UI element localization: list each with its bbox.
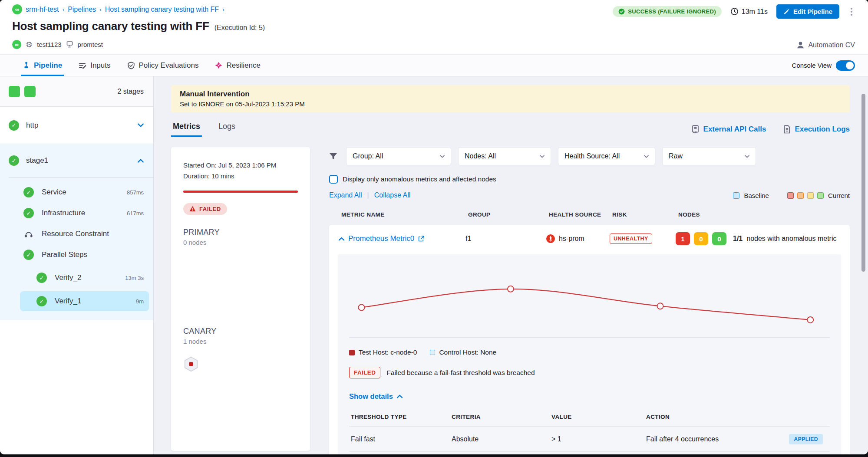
manual-intervention-banner: Manual Intervention Set to IGNORE on 05-… xyxy=(171,85,850,112)
tab-metrics[interactable]: Metrics xyxy=(171,122,202,137)
data-type-dropdown[interactable]: Raw xyxy=(662,147,756,165)
execution-logs-link[interactable]: Execution Logs xyxy=(783,125,850,134)
group-cell: f1 xyxy=(465,235,546,243)
success-check-icon xyxy=(618,8,625,15)
verification-summary-card: Started On: Jul 5, 2023 1:06 PM Duration… xyxy=(171,147,310,451)
tab-inputs[interactable]: Inputs xyxy=(77,55,112,76)
baseline-label: Baseline xyxy=(744,192,769,199)
chevron-up-icon[interactable] xyxy=(138,159,144,163)
col-criteria: CRITERIA xyxy=(452,414,551,420)
metric-name-cell[interactable]: Prometheus Metric0 xyxy=(339,234,465,243)
console-view-toggle[interactable] xyxy=(836,60,855,71)
canary-node-count: 1 nodes xyxy=(183,338,298,345)
test-host-swatch xyxy=(349,350,355,355)
node-count-unhealthy: 1 xyxy=(676,232,690,245)
group-filter-dropdown[interactable]: Group: All xyxy=(346,147,451,165)
more-options-icon[interactable] xyxy=(848,6,855,17)
chevron-down-icon xyxy=(644,155,649,158)
edit-pipeline-button[interactable]: Edit Pipeline xyxy=(776,4,839,19)
resilience-chaos-icon xyxy=(215,62,222,69)
started-on: Started On: Jul 5, 2023 1:06 PM xyxy=(183,160,298,171)
sidebar-step-verify1-selected[interactable]: ✓ Verify_1 9m xyxy=(20,291,149,311)
failed-badge: FAILED xyxy=(349,367,380,378)
collapse-all-link[interactable]: Collapse All xyxy=(374,191,411,199)
current-swatch-red xyxy=(787,192,794,199)
execution-sidebar: 2 stages ✓ http ✓ stage1 xyxy=(0,76,154,454)
chevron-down-icon xyxy=(745,155,749,158)
user-menu[interactable]: Automation CV xyxy=(796,41,855,49)
stage-status-square xyxy=(24,86,36,97)
canary-label: CANARY xyxy=(183,327,298,336)
col-value: VALUE xyxy=(551,414,646,420)
chevron-down-icon xyxy=(440,155,445,158)
expand-all-link[interactable]: Expand All xyxy=(329,191,362,199)
execution-id: (Execution Id: 5) xyxy=(215,24,265,32)
tab-policy-evaluations[interactable]: Policy Evaluations xyxy=(125,55,201,76)
show-details-link[interactable]: Show details xyxy=(349,392,403,401)
primary-label: PRIMARY xyxy=(183,228,298,237)
sidebar-step-service[interactable]: ✓ Service 857ms xyxy=(0,182,153,203)
col-action: ACTION xyxy=(646,414,828,420)
page-header: ∞ srm-hf-test › Pipelines › Host samplin… xyxy=(0,0,868,54)
applied-badge: APPLIED xyxy=(789,434,823,444)
status-badge: SUCCESS (FAILURE IGNORED) xyxy=(613,6,722,17)
api-document-icon: API xyxy=(691,125,700,134)
clock-icon xyxy=(730,7,739,16)
test-host-label: Test Host: c-node-0 xyxy=(359,349,417,356)
col-health-source: HEALTH SOURCE xyxy=(549,211,612,218)
health-source-filter-dropdown[interactable]: Health Source: All xyxy=(558,147,655,165)
user-avatar-icon xyxy=(796,41,805,49)
step-duration: 617ms xyxy=(127,210,144,217)
col-threshold-type: THRESHOLD TYPE xyxy=(351,414,452,420)
failure-reason-row: FAILED Failed because a fail-fast thresh… xyxy=(349,367,830,378)
anomalous-checkbox[interactable] xyxy=(329,175,338,184)
chevron-down-icon[interactable] xyxy=(138,123,144,127)
service-tag[interactable]: test1123 xyxy=(37,41,61,48)
current-swatch-orange xyxy=(797,192,804,199)
banner-title: Manual Intervention xyxy=(180,90,841,99)
chevron-up-icon xyxy=(339,237,344,241)
success-check-icon: ✓ xyxy=(23,250,34,260)
tab-resilience[interactable]: Resilience xyxy=(213,55,262,76)
divider: | xyxy=(367,191,369,199)
action-cell: Fail after 4 occurrences APPLIED xyxy=(646,434,828,444)
nodes-ratio-text: nodes with anomalous metric xyxy=(746,235,836,243)
breadcrumb-pipelines[interactable]: Pipelines xyxy=(68,6,96,13)
service-gear-icon: ⚙ xyxy=(26,41,33,49)
success-check-icon: ✓ xyxy=(23,208,34,218)
success-check-icon: ✓ xyxy=(9,120,19,131)
sidebar-stage-http[interactable]: ✓ http xyxy=(0,107,153,144)
filter-funnel-icon xyxy=(329,153,337,160)
chevron-right-icon: › xyxy=(99,6,102,13)
pencil-icon xyxy=(783,8,790,15)
vertical-scrollbar[interactable] xyxy=(861,94,865,272)
col-group: GROUP xyxy=(468,211,549,218)
metric-row-card: Prometheus Metric0 f1 hs-prom UNHEALTHY … xyxy=(329,225,850,454)
external-link-icon xyxy=(418,236,424,242)
divider xyxy=(9,177,153,178)
chevron-right-icon: › xyxy=(62,6,64,13)
chevron-up-icon xyxy=(397,395,403,398)
breadcrumb-pipeline-name[interactable]: Host sampling canary testing with FF xyxy=(105,6,219,13)
sidebar-step-parallel-steps[interactable]: ✓ Parallel Steps xyxy=(0,244,153,265)
tab-pipeline[interactable]: Pipeline xyxy=(21,55,64,76)
sidebar-stage-stage1[interactable]: ✓ stage1 xyxy=(0,144,153,177)
step-duration: 857ms xyxy=(127,189,144,196)
sidebar-step-verify2[interactable]: ✓ Verify_2 13m 3s xyxy=(0,268,153,288)
chart-color-legend: Baseline Current xyxy=(733,192,850,199)
environment-tag[interactable]: promtest xyxy=(78,41,103,48)
harness-logo-icon: ∞ xyxy=(12,40,21,49)
tab-logs[interactable]: Logs xyxy=(217,122,237,137)
breadcrumb-project[interactable]: srm-hf-test xyxy=(26,6,59,13)
col-nodes: NODES xyxy=(678,211,838,218)
panel-tabs-row: Metrics Logs API External API Calls Exec… xyxy=(171,122,850,137)
external-api-calls-link[interactable]: API External API Calls xyxy=(691,125,766,134)
canary-node-hexagon[interactable] xyxy=(183,356,298,372)
inputs-icon xyxy=(79,62,86,69)
metric-detail-panel: Test Host: c-node-0 Control Host: None F… xyxy=(338,254,841,454)
sidebar-step-infrastructure[interactable]: ✓ Infrastructure 617ms xyxy=(0,203,153,224)
nodes-filter-dropdown[interactable]: Nodes: All xyxy=(458,147,551,165)
expanded-stage-section: ✓ stage1 ✓ Service 857ms ✓ Infrastructur… xyxy=(0,144,153,320)
sidebar-step-resource-constraint[interactable]: Resource Constraint xyxy=(0,224,153,244)
criteria-cell: Absolute xyxy=(452,435,551,443)
